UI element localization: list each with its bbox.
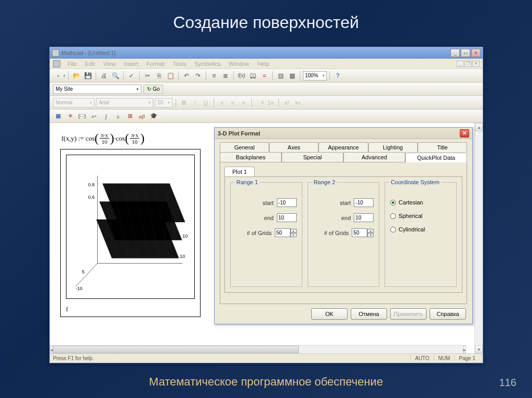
mdi-close[interactable]: ✕ <box>472 61 480 67</box>
go-button[interactable]: Go <box>143 85 163 94</box>
mdi-restore[interactable]: ❐ <box>464 61 472 67</box>
cancel-button[interactable]: Отмена <box>351 308 387 320</box>
dialog-titlebar: 3-D Plot Format ✕ <box>215 128 472 139</box>
bullets-icon[interactable]: ⋮≡ <box>255 98 264 107</box>
menu-help[interactable]: Help <box>254 60 274 68</box>
print-icon[interactable]: 🖨 <box>99 71 109 81</box>
formula[interactable]: f(x,y) := cos ( π·x10 ) ·cos ( π·x10 ) <box>61 131 144 145</box>
superscript-icon[interactable]: x² <box>282 98 291 107</box>
radio-cartesian[interactable]: Cartesian <box>390 199 451 205</box>
document-area[interactable]: f(x,y) := cos ( π·x10 ) ·cos ( π·x10 ) <box>50 123 474 353</box>
align2-icon[interactable]: ≣ <box>220 71 231 81</box>
help-icon[interactable]: ? <box>332 71 343 81</box>
range2-start-input[interactable] <box>354 198 374 207</box>
boolean-icon[interactable]: ≤ <box>113 111 123 121</box>
tab-title[interactable]: Title <box>418 142 467 152</box>
size-select[interactable]: 10 <box>155 98 172 107</box>
tab-panel: Plot 1 Range 1 start end # of Grids ▴▾ <box>220 162 467 304</box>
menu-edit[interactable]: Edit <box>81 60 99 68</box>
mathcad-window: Mathcad - [Untitled:1] _ ▭ ✕ File Edit V… <box>49 47 483 363</box>
programming-icon[interactable]: ⊞ <box>125 111 135 121</box>
italic-icon[interactable]: I <box>190 98 200 107</box>
subscript-icon[interactable]: x₂ <box>293 98 302 107</box>
bold-icon[interactable]: B <box>179 98 189 107</box>
close-button[interactable]: ✕ <box>471 49 481 57</box>
tab-general[interactable]: General <box>220 142 269 152</box>
group-range2: Range 2 start end # of Grids ▴▾ <box>308 182 380 287</box>
open-icon[interactable]: 📂 <box>71 71 82 81</box>
range1-end-input[interactable] <box>277 213 297 222</box>
horizontal-scrollbar[interactable]: ◂ ▸ <box>50 345 466 353</box>
apply-button[interactable]: Применить <box>390 308 427 320</box>
cut-icon[interactable]: ✂ <box>142 71 153 81</box>
site-toolbar: My Site Go <box>50 83 483 96</box>
site-select[interactable]: My Site <box>53 85 141 94</box>
paste-icon[interactable]: 📋 <box>165 71 176 81</box>
status-auto: AUTO <box>410 355 434 361</box>
mdi-minimize[interactable]: _ <box>457 61 464 67</box>
component-icon[interactable]: ▤ <box>275 71 286 81</box>
insert-icon[interactable]: ▦ <box>287 71 297 81</box>
slide-footer: Математическое программное обеспечение <box>0 375 532 389</box>
menu-view[interactable]: View <box>99 60 120 68</box>
calculator-icon[interactable]: ▦ <box>53 111 63 121</box>
symbolic-icon[interactable]: 🎓 <box>149 111 159 121</box>
tab-special[interactable]: Special <box>282 152 343 162</box>
svg-text:0.6: 0.6 <box>88 195 95 200</box>
style-select[interactable]: Normal <box>53 98 95 107</box>
calculus-icon[interactable]: ∫ <box>101 111 111 121</box>
align-right-icon[interactable]: ≡ <box>239 98 248 107</box>
tab-quickplot-data[interactable]: QuickPlot Data <box>405 153 467 162</box>
tab-advanced[interactable]: Advanced <box>343 152 405 162</box>
menu-symbolics[interactable]: Symbolics <box>190 60 224 68</box>
calc-icon[interactable]: = <box>259 71 270 81</box>
menu-tools[interactable]: Tools <box>169 60 191 68</box>
tab-backplanes[interactable]: Backplanes <box>220 152 282 162</box>
ok-button[interactable]: OK <box>311 308 348 320</box>
numbers-icon[interactable]: 1≡ <box>266 98 275 107</box>
align-left-icon[interactable]: ≡ <box>217 98 227 107</box>
menu-file[interactable]: File <box>63 60 81 68</box>
vertical-scrollbar[interactable]: ▴ ▾ <box>474 123 483 353</box>
align-icon[interactable]: ≡ <box>209 71 219 81</box>
range1-grids-input[interactable] <box>275 228 290 237</box>
dialog-close-button[interactable]: ✕ <box>460 129 469 138</box>
new-icon[interactable]: ▫ <box>53 71 63 81</box>
graph-icon[interactable]: ✳ <box>65 111 75 121</box>
greek-icon[interactable]: αβ <box>137 111 147 121</box>
tab-axes[interactable]: Axes <box>269 142 318 152</box>
matrix-icon[interactable]: [∷] <box>77 111 87 121</box>
tab-appearance[interactable]: Appearance <box>318 142 368 152</box>
align-center-icon[interactable]: ≡ <box>228 98 237 107</box>
minimize-button[interactable]: _ <box>450 49 460 57</box>
range1-start-input[interactable] <box>277 198 297 207</box>
copy-icon[interactable]: ⎘ <box>154 71 164 81</box>
menu-window[interactable]: Window <box>225 60 254 68</box>
subtab-plot1[interactable]: Plot 1 <box>224 167 255 176</box>
unit-icon[interactable]: 🕮 <box>248 71 258 81</box>
range2-end-input[interactable] <box>354 213 374 222</box>
spell-icon[interactable]: ✓ <box>126 71 137 81</box>
radio-spherical[interactable]: Spherical <box>390 213 451 219</box>
help-button[interactable]: Справка <box>430 308 466 320</box>
zoom-select[interactable]: 100% <box>303 71 327 80</box>
coord-legend: Coordinate System <box>389 179 441 185</box>
maximize-button[interactable]: ▭ <box>461 49 470 57</box>
plot-region[interactable]: 0.8 0.6 5 -10 10 10 <box>60 149 201 317</box>
preview-icon[interactable]: 🔍 <box>110 71 121 81</box>
tab-lighting[interactable]: Lighting <box>368 142 418 152</box>
undo-icon[interactable]: ↶ <box>181 71 192 81</box>
redo-icon[interactable]: ↷ <box>193 71 203 81</box>
save-icon[interactable]: 💾 <box>83 71 93 81</box>
menu-insert[interactable]: Insert <box>119 60 142 68</box>
fx-icon[interactable]: f(x) <box>236 71 247 81</box>
radio-cylindrical[interactable]: Cylindrical <box>390 226 451 232</box>
spinner-icon[interactable]: ▴▾ <box>290 229 297 237</box>
spinner-icon[interactable]: ▴▾ <box>367 229 374 237</box>
menu-format[interactable]: Format <box>142 60 169 68</box>
underline-icon[interactable]: U <box>201 98 210 107</box>
font-select[interactable]: Arial <box>96 98 153 107</box>
range2-grids-input[interactable] <box>352 228 367 237</box>
dialog-title: 3-D Plot Format <box>218 130 260 136</box>
eval-icon[interactable]: x= <box>89 111 99 121</box>
